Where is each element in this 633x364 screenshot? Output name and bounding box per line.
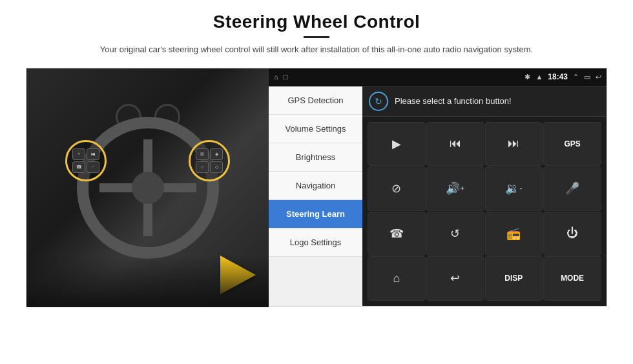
- gps-button[interactable]: GPS: [543, 122, 601, 167]
- back-func-button[interactable]: ↩: [426, 256, 484, 301]
- disp-button[interactable]: DISP: [485, 256, 543, 301]
- mute-button[interactable]: ⊘: [368, 167, 426, 211]
- home-nav-icon: ⌂: [274, 73, 278, 81]
- cluster-btn-1: +: [72, 148, 85, 160]
- menu-item-volume-settings[interactable]: Volume Settings: [269, 115, 362, 143]
- refresh-icon[interactable]: ↻: [369, 92, 388, 111]
- steering-photo: + ⏮ ☎ − ⊞ ◈ ○ ◇: [26, 68, 269, 307]
- signal-icon: ▲: [535, 73, 543, 81]
- cluster-inner-right: ⊞ ◈ ○ ◇: [196, 148, 223, 173]
- wheel-outer: [77, 117, 219, 259]
- right-panel: ⌂ □ ✱ ▲ 18:43 ⌃ ▭ ↩ GPS Detection Volume…: [269, 68, 607, 306]
- function-grid: ▶ ⏮ ⏭ GPS ⊘ 🔊+ 🔉- 🎤 ☎ ↺ 📻 ⏻ ⌂ ↩: [362, 117, 607, 306]
- cluster-btn-7: ○: [196, 161, 209, 173]
- home-button[interactable]: ⌂: [368, 256, 426, 301]
- cluster-btn-8: ◇: [210, 161, 223, 173]
- cluster-btn-5: ⊞: [196, 148, 209, 160]
- function-header: ↻ Please select a function button!: [362, 86, 607, 117]
- radio-button[interactable]: 📻: [485, 212, 543, 256]
- steering-wheel: [77, 117, 219, 259]
- wheel-center: [132, 172, 164, 204]
- function-panel: ↻ Please select a function button! ▶ ⏮ ⏭…: [362, 86, 607, 306]
- menu-item-navigation[interactable]: Navigation: [269, 172, 362, 200]
- cluster-btn-2: ⏮: [87, 148, 99, 160]
- window-icon: ▭: [584, 73, 590, 81]
- prev-track-button[interactable]: ⏮: [426, 122, 484, 167]
- back-icon: ↩: [596, 73, 601, 81]
- menu-item-logo-settings[interactable]: Logo Settings: [269, 228, 362, 257]
- menu-item-brightness[interactable]: Brightness: [269, 143, 362, 172]
- dashboard-bg: [26, 256, 269, 307]
- android-left-icons: ⌂ □: [274, 73, 287, 81]
- voice-button[interactable]: ↺: [426, 212, 484, 256]
- bluetooth-icon: ✱: [524, 73, 530, 81]
- content-area: + ⏮ ☎ − ⊞ ◈ ○ ◇: [26, 68, 607, 307]
- phone-button[interactable]: ☎: [368, 212, 426, 256]
- main-panel: GPS Detection Volume Settings Brightness…: [269, 86, 607, 306]
- button-cluster-right: ⊞ ◈ ○ ◇: [189, 140, 230, 181]
- android-right-info: ✱ ▲ 18:43 ⌃ ▭ ↩: [524, 72, 601, 81]
- mode-button[interactable]: MODE: [543, 256, 601, 301]
- cluster-btn-6: ◈: [210, 148, 223, 160]
- time-display: 18:43: [548, 72, 568, 81]
- button-cluster-left: + ⏮ ☎ −: [65, 140, 107, 181]
- power-button[interactable]: ⏻: [543, 212, 601, 256]
- page-wrapper: Steering Wheel Control Your original car…: [0, 0, 633, 364]
- function-header-text: Please select a function button!: [395, 96, 512, 106]
- cluster-inner-left: + ⏮ ☎ −: [72, 148, 99, 173]
- page-title: Steering Wheel Control: [100, 12, 533, 32]
- play-button[interactable]: ▶: [368, 122, 426, 167]
- menu-item-gps-detection[interactable]: GPS Detection: [269, 86, 362, 115]
- menu-list: GPS Detection Volume Settings Brightness…: [269, 86, 362, 306]
- title-underline: [304, 36, 329, 38]
- vol-down-button[interactable]: 🔉-: [485, 167, 543, 211]
- recent-nav-icon: □: [284, 73, 288, 81]
- cluster-btn-3: ☎: [72, 161, 85, 173]
- menu-item-steering-learn[interactable]: Steering Learn: [269, 200, 362, 228]
- title-section: Steering Wheel Control Your original car…: [100, 12, 533, 56]
- expand-icon: ⌃: [573, 73, 579, 81]
- mic-button[interactable]: 🎤: [543, 167, 601, 211]
- page-subtitle: Your original car's steering wheel contr…: [100, 43, 533, 56]
- cluster-btn-4: −: [87, 161, 99, 173]
- next-track-button[interactable]: ⏭: [485, 122, 543, 167]
- android-status-bar: ⌂ □ ✱ ▲ 18:43 ⌃ ▭ ↩: [269, 68, 607, 86]
- vol-up-button[interactable]: 🔊+: [426, 167, 484, 211]
